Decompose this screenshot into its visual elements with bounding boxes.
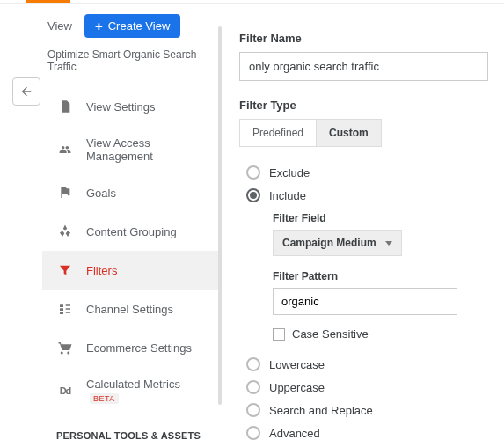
filter-pattern-label: Filter Pattern <box>273 270 488 282</box>
sidebar-item-label: View Access Management <box>86 136 209 163</box>
channel-icon <box>56 300 74 318</box>
sidebar-item-label: Filters <box>86 264 117 277</box>
sidebar-item-access-management[interactable]: View Access Management <box>42 126 218 173</box>
radio-icon <box>246 403 260 417</box>
radio-icon <box>246 380 260 394</box>
section-personal-tools: PERSONAL TOOLS & ASSETS <box>42 414 218 440</box>
sidebar-item-label: Goals <box>86 187 116 200</box>
beta-badge: BETA <box>90 393 119 404</box>
radio-label: Lowercase <box>269 358 325 371</box>
radio-icon <box>246 188 260 202</box>
radio-exclude[interactable]: Exclude <box>239 161 488 184</box>
filter-field-dropdown[interactable]: Campaign Medium <box>273 230 402 256</box>
sidebar-item-label: Ecommerce Settings <box>86 341 192 355</box>
radio-uppercase[interactable]: Uppercase <box>239 376 488 399</box>
dropdown-value: Campaign Medium <box>282 237 376 249</box>
radio-icon <box>246 357 260 371</box>
radio-advanced[interactable]: Advanced <box>239 422 488 440</box>
view-label: View <box>47 19 72 33</box>
case-sensitive-checkbox[interactable] <box>273 328 285 341</box>
sidebar-item-label: View Settings <box>86 100 156 114</box>
people-icon <box>56 141 74 158</box>
radio-include[interactable]: Include <box>239 184 488 207</box>
radio-icon <box>246 165 260 180</box>
radio-icon <box>246 426 260 440</box>
case-sensitive-label: Case Sensitive <box>292 327 369 341</box>
sidebar-item-view-settings[interactable]: View Settings <box>42 87 218 126</box>
sidebar-item-filters[interactable]: Filters <box>42 251 218 290</box>
create-view-button[interactable]: + Create View <box>84 14 180 38</box>
sidebar-item-calc-metrics[interactable]: Dd Calculated MetricsBETA <box>42 367 218 414</box>
radio-lowercase[interactable]: Lowercase <box>239 353 488 376</box>
document-icon <box>56 98 74 115</box>
sidebar-item-label: Content Grouping <box>86 225 177 238</box>
radio-search-replace[interactable]: Search and Replace <box>239 399 488 422</box>
view-subtitle: Optimize Smart Organic Search Traffic <box>42 47 218 82</box>
radio-label: Advanced <box>269 427 320 440</box>
filter-pattern-input[interactable] <box>273 288 457 315</box>
filter-name-input[interactable] <box>239 52 488 81</box>
sidebar-item-channel-settings[interactable]: Channel Settings <box>42 290 218 328</box>
radio-label: Exclude <box>269 166 310 180</box>
calc-icon: Dd <box>56 382 74 400</box>
radio-label: Search and Replace <box>269 404 373 417</box>
sidebar-item-label: Calculated MetricsBETA <box>86 378 209 404</box>
radio-label: Uppercase <box>269 381 325 394</box>
tab-custom[interactable]: Custom <box>316 119 382 147</box>
cart-icon <box>56 339 74 356</box>
flag-icon <box>56 184 74 202</box>
sidebar-item-label: Channel Settings <box>86 303 173 316</box>
filter-icon <box>56 261 74 279</box>
create-view-label: Create View <box>108 19 171 33</box>
chevron-down-icon <box>385 241 392 246</box>
grouping-icon <box>56 223 74 240</box>
tab-predefined[interactable]: Predefined <box>239 119 316 147</box>
divider <box>218 26 222 405</box>
radio-label: Include <box>269 189 306 202</box>
filter-name-label: Filter Name <box>239 32 488 45</box>
sidebar-item-content-grouping[interactable]: Content Grouping <box>42 212 218 251</box>
sidebar-item-ecommerce[interactable]: Ecommerce Settings <box>42 328 218 367</box>
sidebar-item-goals[interactable]: Goals <box>42 173 218 212</box>
filter-field-label: Filter Field <box>273 212 488 224</box>
plus-icon: + <box>95 19 103 33</box>
filter-type-label: Filter Type <box>239 99 488 112</box>
